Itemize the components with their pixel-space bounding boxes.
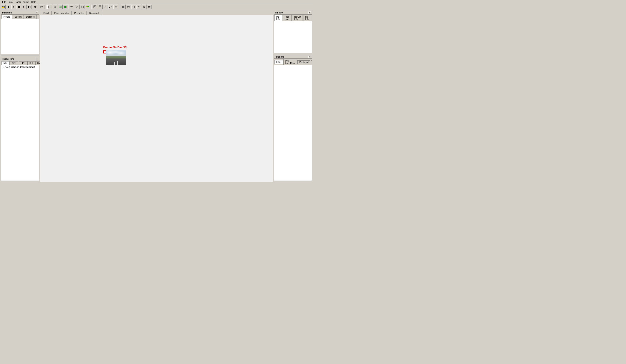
svg-rect-12 [54, 6, 56, 8]
tab-bs-info[interactable]: Bs Info [303, 15, 311, 21]
svg-rect-36 [139, 7, 139, 8]
stop-button[interactable] [6, 4, 11, 9]
yx-button[interactable]: y,x [75, 4, 79, 9]
circle-button[interactable] [121, 4, 126, 9]
tab-mb-info[interactable]: MB Info [274, 15, 282, 21]
mb-info-title: MB Info [275, 11, 283, 14]
main-layout: Summary × Picture Stream Statistics Head… [0, 10, 313, 182]
menubar: File Info Tools View Help [0, 0, 313, 4]
menu-help[interactable]: Help [30, 0, 37, 3]
road-line-right [117, 61, 118, 65]
fps-button[interactable]: FPS [68, 4, 74, 9]
menu-tools[interactable]: Tools [14, 0, 22, 3]
at-button[interactable]: @ [142, 4, 147, 9]
mb-info-content-inner [274, 21, 312, 22]
tab-pixel-pre-loopfilter[interactable]: Pre-LoopFilter [283, 59, 297, 65]
tab-stream[interactable]: Stream [13, 15, 23, 19]
grid2-button[interactable] [58, 4, 63, 9]
frame-area[interactable]: Frame 50 (Dec 50) [40, 15, 273, 182]
svg-marker-9 [29, 6, 30, 8]
road-line-left [114, 62, 115, 65]
tab-sps[interactable]: SPS [10, 61, 18, 65]
sigma-button[interactable]: Σ [103, 4, 108, 9]
step-back-button[interactable] [27, 4, 32, 9]
svg-rect-11 [49, 6, 51, 8]
grid-button[interactable] [53, 4, 57, 9]
pixel-info-content[interactable] [274, 65, 312, 181]
mb-info-close-button[interactable]: × [309, 11, 311, 14]
half-circle-button[interactable] [126, 4, 131, 9]
svg-marker-4 [13, 6, 15, 8]
mb-info-titlebar: MB Info × [274, 11, 312, 15]
tab-statistics[interactable]: Statistics [24, 15, 37, 19]
toolbar: FF FR FPS y,x Σ ✕ @ W [0, 4, 313, 10]
pixel-info-close-button[interactable]: × [309, 56, 311, 58]
sep2 [91, 4, 92, 9]
view-tab-final[interactable]: Final [41, 11, 51, 15]
summary-corner-resize[interactable] [37, 54, 39, 55]
header-info-content-inner: + NAL(Pic No. in decoding order) [1, 65, 39, 69]
rect-button[interactable] [47, 4, 52, 9]
mb-info-content[interactable] [274, 21, 312, 53]
tab-reflist-info[interactable]: RefList Info [292, 15, 303, 21]
arrow-up-button[interactable] [137, 4, 141, 9]
play-button[interactable] [11, 4, 16, 9]
zoom-in-button[interactable] [93, 4, 97, 9]
header-info-tab-bar: NAL SPS PPS SEI SliceHdr [1, 61, 39, 65]
menu-view[interactable]: View [22, 0, 30, 3]
header-info-content[interactable]: + NAL(Pic No. in decoding order) [1, 65, 39, 181]
img-button[interactable] [80, 4, 85, 9]
header-info-close-button[interactable]: × [36, 58, 38, 60]
tab-pred-info[interactable]: Pred Info [283, 15, 292, 21]
view-tab-predicted[interactable]: Predicted [72, 11, 86, 15]
nal-tree-root[interactable]: + NAL(Pic No. in decoding order) [2, 66, 39, 69]
w-button[interactable]: W [147, 4, 152, 9]
pixel-info-tab-bar: Final Pre-LoopFilter Predicted Residual … [274, 59, 312, 65]
svg-rect-2 [2, 7, 4, 8]
ff-button[interactable]: FF [32, 4, 38, 9]
svg-marker-7 [23, 6, 24, 8]
svg-marker-35 [138, 6, 140, 7]
svg-rect-24 [81, 6, 82, 7]
tab-nal[interactable]: NAL [1, 61, 9, 65]
menu-file[interactable]: File [1, 0, 7, 3]
clouds [106, 50, 126, 56]
step-forward-button[interactable] [22, 4, 27, 9]
chart-button[interactable] [108, 4, 113, 9]
right-panel: MB Info × MB Info Pred Info RefList Info… [273, 10, 313, 182]
open-button[interactable] [1, 4, 6, 9]
tab-pixel-final[interactable]: Final [274, 60, 283, 64]
tab-pps[interactable]: PPS [19, 61, 27, 65]
header-info-titlebar: Header Info × [1, 57, 39, 61]
view-tab-pre-loopfilter[interactable]: Pre-LoopFilter [52, 11, 72, 15]
center-area: Final Pre-LoopFilter Predicted Residual … [40, 10, 273, 182]
grid3-button[interactable] [98, 4, 103, 9]
pause-button[interactable] [16, 4, 21, 9]
road-area [106, 58, 126, 65]
tab-sei[interactable]: SEI [27, 61, 35, 65]
tab-pixel-predicted[interactable]: Predicted [297, 60, 311, 64]
svg-rect-5 [18, 6, 19, 8]
menu-info[interactable]: Info [7, 0, 14, 3]
view-tab-residual[interactable]: Residual [87, 11, 101, 15]
frame-selection-box[interactable] [103, 50, 106, 53]
header-info-title: Header Info [2, 58, 14, 60]
nal-tree-label: NAL(Pic No. in decoding order) [5, 66, 35, 68]
summary-content[interactable] [1, 19, 39, 54]
svg-rect-6 [19, 6, 20, 8]
frame-image [106, 50, 126, 65]
cross-button[interactable]: ✕ [114, 4, 118, 9]
summary-close-button[interactable]: × [36, 11, 38, 14]
svg-rect-22 [65, 6, 66, 8]
header-info-panel: Header Info × NAL SPS PPS SEI SliceHdr +… [1, 57, 39, 181]
left-panel: Summary × Picture Stream Statistics Head… [0, 10, 40, 182]
green-button[interactable] [63, 4, 68, 9]
tab-picture[interactable]: Picture [1, 15, 12, 19]
pixel-info-title: Pixel Info [275, 56, 284, 58]
d-circle-button[interactable] [131, 4, 136, 9]
fr-button[interactable]: FR [39, 4, 45, 9]
nal-expand-icon[interactable]: + [2, 66, 4, 68]
color-button[interactable] [85, 4, 90, 9]
tab-pixel-residual[interactable]: Residual [311, 60, 312, 64]
summary-tab-bar: Picture Stream Statistics [1, 15, 39, 19]
